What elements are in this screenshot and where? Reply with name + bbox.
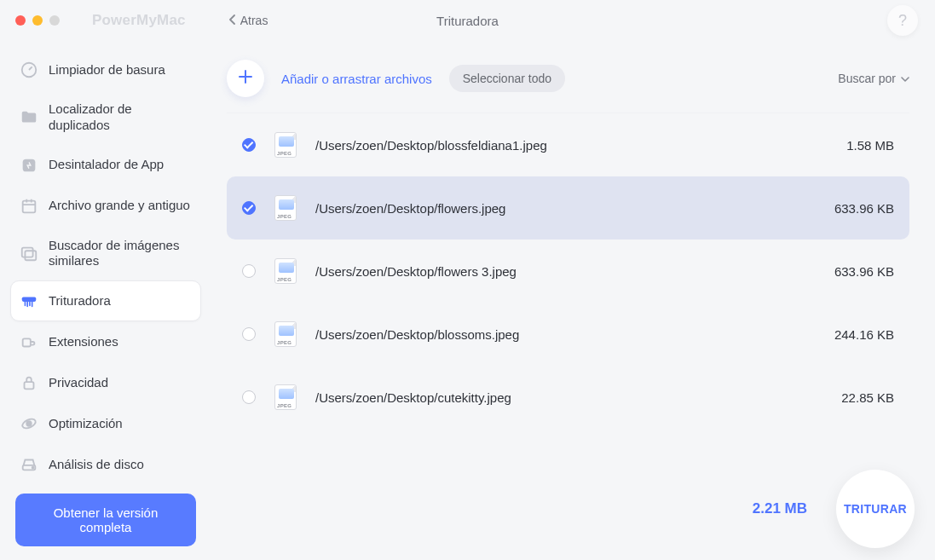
sort-by-button[interactable]: Buscar por — [838, 72, 909, 85]
sidebar-item-label: Optimización — [49, 416, 123, 432]
sidebar-item-label: Extensiones — [49, 334, 118, 350]
shredder-icon — [20, 292, 38, 310]
file-row[interactable]: JPEG/Users/zoen/Desktop/blossfeldiana1.j… — [227, 113, 909, 176]
sidebar-item-label: Localizador de duplicados — [49, 101, 192, 134]
file-path: /Users/zoen/Desktop/blossfeldiana1.jpeg — [315, 138, 828, 153]
add-files-label[interactable]: Añadir o arrastrar archivos — [281, 72, 432, 86]
calendar-icon — [20, 197, 38, 216]
meter-icon — [20, 61, 38, 79]
help-icon: ? — [898, 12, 907, 30]
sidebar-item-shredder[interactable]: Trituradora — [10, 280, 201, 321]
svg-rect-4 — [25, 251, 36, 261]
add-files-button[interactable] — [227, 60, 264, 97]
window-controls — [15, 15, 60, 26]
close-window-button[interactable] — [15, 15, 26, 26]
sidebar-item-orbit[interactable]: Optimización — [10, 403, 201, 444]
sidebar-item-label: Limpiador de basura — [49, 62, 165, 78]
file-size: 244.16 KB — [834, 327, 894, 342]
file-checkbox[interactable] — [242, 390, 256, 404]
svg-rect-5 — [22, 297, 37, 302]
sidebar-item-app[interactable]: Desintalador de App — [10, 145, 201, 186]
sidebar-item-label: Archivo grande y antiguo — [49, 198, 190, 214]
jpeg-file-icon: JPEG — [274, 384, 297, 410]
plus-icon — [237, 68, 254, 89]
back-label: Atras — [240, 14, 268, 27]
file-row[interactable]: JPEG/Users/zoen/Desktop/flowers 3.jpeg63… — [227, 240, 909, 303]
sidebar-item-meter[interactable]: Limpiador de basura — [10, 49, 201, 90]
app-icon — [20, 156, 38, 175]
sidebar-item-calendar[interactable]: Archivo grande y antiguo — [10, 186, 201, 227]
file-path: /Users/zoen/Desktop/flowers.jpeg — [315, 201, 816, 216]
file-checkbox[interactable] — [242, 264, 256, 278]
app-window: PowerMyMac Atras Trituradora ? Limpiador… — [0, 0, 935, 560]
select-all-button[interactable]: Seleccionar todo — [449, 65, 565, 92]
total-selected-size: 2.21 MB — [753, 500, 807, 517]
file-checkbox[interactable] — [242, 327, 256, 341]
sidebar-item-label: Análisis de disco — [49, 457, 144, 473]
chevron-left-icon — [228, 14, 237, 27]
sidebar-item-label: Desintalador de App — [49, 157, 164, 173]
jpeg-file-icon: JPEG — [274, 195, 297, 221]
disk-icon — [20, 455, 38, 474]
sidebar-item-label: Trituradora — [49, 293, 111, 309]
get-full-version-button[interactable]: Obtener la versión completa — [15, 494, 196, 546]
file-row[interactable]: JPEG/Users/zoen/Desktop/cutekitty.jpeg22… — [227, 366, 909, 429]
app-title: PowerMyMac — [92, 12, 186, 29]
file-size: 633.96 KB — [834, 201, 894, 216]
sidebar-item-disk[interactable]: Análisis de disco — [10, 444, 201, 485]
footer: 2.21 MB TRITURAR — [753, 470, 915, 548]
file-row[interactable]: JPEG/Users/zoen/Desktop/flowers.jpeg633.… — [227, 176, 909, 240]
shred-button[interactable]: TRITURAR — [836, 470, 915, 548]
file-row[interactable]: JPEG/Users/zoen/Desktop/blossoms.jpeg244… — [227, 303, 909, 366]
orbit-icon — [20, 414, 38, 433]
file-size: 22.85 KB — [841, 390, 894, 405]
svg-rect-7 — [25, 382, 34, 389]
maximize-window-button[interactable] — [49, 15, 60, 26]
file-checkbox[interactable] — [242, 138, 256, 152]
minimize-window-button[interactable] — [32, 15, 43, 26]
sidebar: Limpiador de basuraLocalizador de duplic… — [0, 41, 211, 560]
file-checkbox[interactable] — [242, 201, 256, 215]
svg-point-11 — [32, 467, 34, 469]
sort-label: Buscar por — [838, 72, 896, 85]
titlebar: PowerMyMac Atras Trituradora ? — [0, 0, 935, 41]
svg-rect-3 — [22, 248, 33, 257]
toolbar: Añadir o arrastrar archivos Seleccionar … — [227, 41, 909, 113]
file-size: 633.96 KB — [834, 264, 894, 279]
svg-rect-2 — [23, 200, 36, 212]
jpeg-file-icon: JPEG — [274, 132, 297, 158]
svg-point-8 — [26, 421, 32, 426]
sidebar-item-puzzle[interactable]: Extensiones — [10, 321, 201, 362]
jpeg-file-icon: JPEG — [274, 321, 297, 347]
puzzle-icon — [20, 332, 38, 351]
help-button[interactable]: ? — [887, 5, 918, 36]
folder-icon — [20, 108, 38, 127]
lock-icon — [20, 373, 38, 392]
jpeg-file-icon: JPEG — [274, 258, 297, 284]
svg-rect-6 — [23, 338, 31, 346]
sidebar-item-images[interactable]: Buscador de imágenes similares — [10, 227, 201, 281]
chevron-down-icon — [901, 72, 909, 85]
sidebar-item-folder[interactable]: Localizador de duplicados — [10, 90, 201, 145]
file-size: 1.58 MB — [846, 138, 894, 153]
file-path: /Users/zoen/Desktop/blossoms.jpeg — [315, 327, 816, 342]
file-path: /Users/zoen/Desktop/flowers 3.jpeg — [315, 264, 816, 279]
sidebar-item-lock[interactable]: Privacidad — [10, 362, 201, 403]
sidebar-item-label: Privacidad — [49, 375, 108, 391]
sidebar-item-label: Buscador de imágenes similares — [49, 238, 192, 270]
back-button[interactable]: Atras — [228, 14, 268, 27]
images-icon — [20, 244, 38, 263]
file-path: /Users/zoen/Desktop/cutekitty.jpeg — [315, 390, 822, 405]
page-title: Trituradora — [436, 14, 499, 28]
